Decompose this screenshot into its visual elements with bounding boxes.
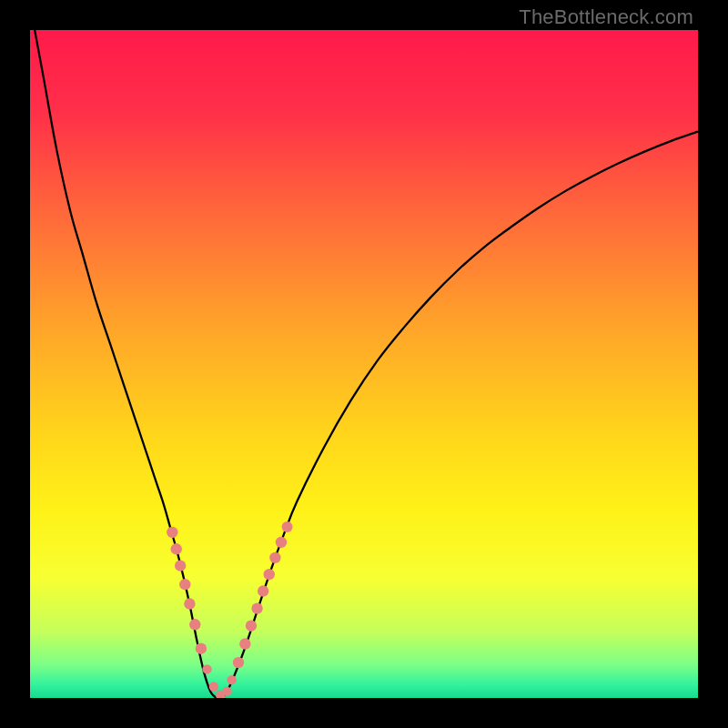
bead	[282, 521, 293, 532]
chart-svg	[30, 30, 698, 698]
bead	[189, 619, 200, 630]
bead	[184, 598, 195, 609]
bead	[264, 569, 275, 580]
bead	[269, 552, 280, 563]
bead	[175, 560, 186, 571]
bead	[251, 602, 262, 613]
bead	[227, 675, 236, 684]
bead	[276, 537, 287, 548]
watermark-text: TheBottleneck.com	[519, 5, 693, 29]
bead	[239, 638, 250, 649]
bead	[209, 682, 218, 691]
bead	[202, 664, 211, 673]
bead	[222, 686, 231, 695]
bead	[167, 527, 177, 538]
outer-frame: TheBottleneck.com	[0, 0, 728, 728]
bead	[246, 621, 257, 632]
bottleneck-curve	[35, 30, 698, 698]
bead	[179, 579, 190, 590]
bead	[196, 642, 207, 653]
bead	[171, 543, 182, 554]
plot-area	[30, 30, 698, 698]
bead-cluster	[167, 521, 292, 698]
bead	[233, 657, 244, 668]
bead	[258, 585, 268, 596]
